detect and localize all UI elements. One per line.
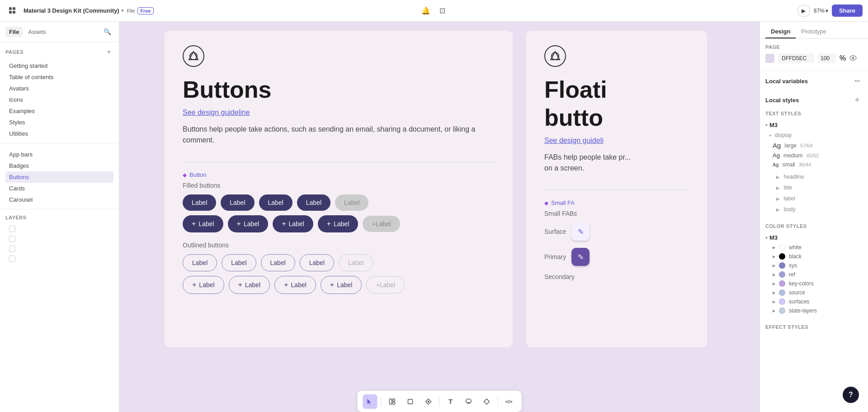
svg-point-17 <box>855 81 856 82</box>
display-group-header[interactable]: ▾ display <box>765 130 863 140</box>
layer-checkbox <box>9 256 15 262</box>
tool-text-button[interactable]: T <box>443 394 458 409</box>
page-opacity-input[interactable] <box>818 53 836 63</box>
frame2-link[interactable]: See design guideli <box>544 137 689 145</box>
tool-code-button[interactable]: </> <box>502 394 516 409</box>
color-category-m3-header[interactable]: ▾ M3 <box>765 232 863 243</box>
color-style-ref[interactable]: ▶ ref <box>765 270 863 279</box>
filled-btn-2[interactable]: Label <box>221 194 254 211</box>
filled-btn-3[interactable]: Label <box>259 194 292 211</box>
tab-file[interactable]: File <box>5 27 23 37</box>
color-style-source[interactable]: ▶ source <box>765 288 863 297</box>
layout-button[interactable]: ⊡ <box>435 4 449 18</box>
page-item-table-of-contents[interactable]: Table of contents <box>5 71 113 83</box>
outlined-btn-3[interactable]: Label <box>261 254 295 271</box>
page-item-avatars[interactable]: Avatars <box>5 83 113 94</box>
tool-shape-button[interactable] <box>403 394 418 409</box>
color-style-sys[interactable]: ▶ sys <box>765 261 863 270</box>
tool-component-button[interactable] <box>480 394 494 409</box>
page-color-swatch[interactable] <box>765 54 774 63</box>
svg-rect-2 <box>9 11 12 14</box>
outlined-icon-btn-1[interactable]: +Label <box>183 276 224 294</box>
filled-btn-4[interactable]: Label <box>297 194 330 211</box>
component-item-badges[interactable]: Badges <box>5 160 113 171</box>
text-style-large[interactable]: Ag large 57/64 <box>765 140 863 151</box>
outlined-icon-btn-2[interactable]: +Label <box>229 276 270 294</box>
topbar: Material 3 Design Kit (Community) ▾ File… <box>0 0 868 22</box>
play-button[interactable]: ▶ <box>797 5 810 17</box>
fab-primary-button[interactable]: ✎ <box>571 248 590 266</box>
pages-section: Pages + Getting started Table of content… <box>0 42 119 139</box>
outlined-btn-2[interactable]: Label <box>222 254 256 271</box>
frame2-divider <box>544 190 689 190</box>
layer-item[interactable] <box>5 224 113 234</box>
search-button[interactable]: 🔍 <box>101 25 113 38</box>
page-item-styles[interactable]: Styles <box>5 117 113 128</box>
text-category-m3-header[interactable]: ▾ M3 <box>765 120 863 130</box>
filled-icon-btn-4[interactable]: +Label <box>318 215 359 232</box>
zoom-level[interactable]: Page 87% ▾ <box>814 8 828 14</box>
headline-group-header[interactable]: ▶ headline <box>765 171 863 182</box>
filled-btn-5-disabled: Label <box>335 194 368 211</box>
color-styles-title: Color styles <box>765 223 863 229</box>
layer-item[interactable] <box>5 254 113 264</box>
body-group-header[interactable]: ▶ body <box>765 204 863 214</box>
filled-icon-btn-2[interactable]: +Label <box>228 215 269 232</box>
frame2-desc: FABs help people take pr...on a screen. <box>544 152 689 174</box>
outlined-icon-btn-3[interactable]: +Label <box>274 276 316 294</box>
component-item-appbars[interactable]: App bars <box>5 149 113 160</box>
layer-item[interactable] <box>5 244 113 254</box>
page-item-icons[interactable]: Icons <box>5 94 113 105</box>
outlined-btn-1[interactable]: Label <box>183 254 217 271</box>
tab-design[interactable]: Design <box>765 25 796 38</box>
color-style-state-layers[interactable]: ▶ state-layers <box>765 306 863 315</box>
filled-icon-btn-5-disabled: +Label <box>363 216 400 232</box>
text-style-small[interactable]: Ag small 36/44 <box>765 160 863 169</box>
filled-icon-btn-3[interactable]: +Label <box>273 215 313 232</box>
color-style-key-colors[interactable]: ▶ key-colors <box>765 279 863 288</box>
add-local-style-button[interactable]: + <box>852 95 863 105</box>
share-button[interactable]: Share <box>832 5 863 17</box>
tool-select-button[interactable] <box>363 394 377 409</box>
layer-item[interactable] <box>5 234 113 244</box>
file-name[interactable]: Material 3 Design Kit (Community) ▾ <box>24 7 123 14</box>
filled-icon-btn-1[interactable]: +Label <box>183 215 223 232</box>
page-item-examples[interactable]: Examples <box>5 105 113 117</box>
color-style-white[interactable]: ▶ white <box>765 243 863 252</box>
outlined-icon-btn-4[interactable]: +Label <box>321 276 362 294</box>
tool-pen-button[interactable] <box>421 394 436 409</box>
layer-checkbox <box>9 236 15 242</box>
label-group-header[interactable]: ▶ label <box>765 193 863 204</box>
text-style-medium[interactable]: Ag medium 45/52 <box>765 151 863 160</box>
tool-frame-button[interactable] <box>385 394 400 409</box>
fab-surface-button[interactable]: ✎ <box>571 223 590 241</box>
canvas: Buttons See design guideline Buttons hel… <box>119 22 760 412</box>
page-item-getting-started[interactable]: Getting started <box>5 60 113 71</box>
filled-btn-1[interactable]: Label <box>183 194 216 211</box>
color-style-surfaces[interactable]: ▶ surfaces <box>765 297 863 306</box>
app-menu-button[interactable] <box>5 4 20 18</box>
component-item-buttons[interactable]: Buttons <box>5 171 113 183</box>
frame-design-guideline-link[interactable]: See design guideline <box>183 109 495 117</box>
page-item-utilities[interactable]: Utilities <box>5 128 113 139</box>
title-group-header[interactable]: ▶ title <box>765 182 863 193</box>
component-item-cards[interactable]: Cards <box>5 183 113 194</box>
display-group-label: display <box>775 132 792 138</box>
page-color-input[interactable] <box>778 53 814 63</box>
add-page-button[interactable]: + <box>104 47 113 57</box>
help-button[interactable]: ? <box>843 387 859 403</box>
svg-rect-1 <box>13 7 15 10</box>
tool-comment-button[interactable] <box>462 394 476 409</box>
outlined-btn-4[interactable]: Label <box>300 254 334 271</box>
notification-button[interactable]: 🔔 <box>419 4 433 18</box>
component-item-carousel[interactable]: Carousel <box>5 194 113 205</box>
color-style-black[interactable]: ▶ black <box>765 252 863 261</box>
tab-prototype[interactable]: Prototype <box>796 25 832 38</box>
local-variables-settings-button[interactable] <box>852 76 863 86</box>
small-fabs-label: Small FABs <box>544 210 577 217</box>
text-style-preview-ag-large: Ag <box>773 142 781 149</box>
tab-assets[interactable]: Assets <box>24 27 49 37</box>
outlined-row-1: Label Label Label Label Label <box>183 254 495 271</box>
text-styles-section: Text styles ▾ M3 ▾ display Ag large 57/6… <box>760 109 868 218</box>
visibility-toggle[interactable] <box>849 55 857 62</box>
